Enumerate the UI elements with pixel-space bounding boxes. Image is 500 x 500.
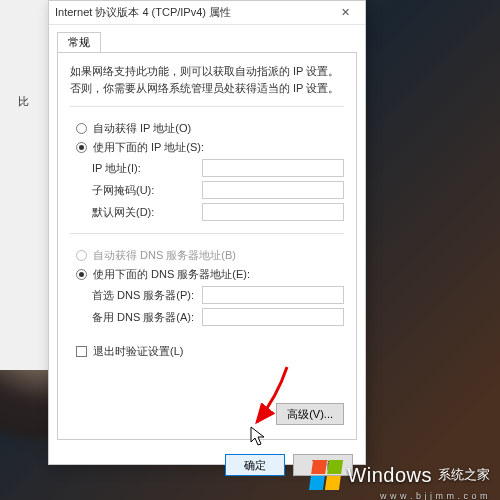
watermark-url: w w w . b j j m m . c o m [380,491,488,500]
field-label: 备用 DNS 服务器(A): [92,310,202,325]
radio-icon [76,250,87,261]
ok-button[interactable]: 确定 [225,454,285,476]
checkbox-icon [76,346,87,357]
field-dns-primary: 首选 DNS 服务器(P): [92,286,344,304]
field-ip-address: IP 地址(I): [92,159,344,177]
radio-label: 使用下面的 DNS 服务器地址(E): [93,267,250,282]
radio-label: 自动获得 DNS 服务器地址(B) [93,248,236,263]
tab-general[interactable]: 常规 [57,32,101,53]
dns-secondary-input[interactable] [202,308,344,326]
radio-icon [76,142,87,153]
field-label: 默认网关(D): [92,205,202,220]
field-subnet-mask: 子网掩码(U): [92,181,344,199]
field-dns-secondary: 备用 DNS 服务器(A): [92,308,344,326]
watermark-brand: Windows [347,464,432,487]
subnet-mask-input[interactable] [202,181,344,199]
radio-icon [76,269,87,280]
field-label: IP 地址(I): [92,161,202,176]
windows-logo-icon [309,460,343,490]
advanced-button[interactable]: 高级(V)... [276,403,344,425]
radio-label: 自动获得 IP 地址(O) [93,121,191,136]
field-label: 首选 DNS 服务器(P): [92,288,202,303]
field-gateway: 默认网关(D): [92,203,344,221]
watermark-suffix: 系统之家 [438,466,490,484]
field-label: 子网掩码(U): [92,183,202,198]
radio-dns-auto: 自动获得 DNS 服务器地址(B) [76,248,344,263]
ip-group: 自动获得 IP 地址(O) 使用下面的 IP 地址(S): IP 地址(I): … [70,106,344,221]
ipv4-properties-dialog: Internet 协议版本 4 (TCP/IPv4) 属性 ✕ 常规 如果网络支… [48,0,366,465]
radio-label: 使用下面的 IP 地址(S): [93,140,204,155]
radio-icon [76,123,87,134]
dns-group: 自动获得 DNS 服务器地址(B) 使用下面的 DNS 服务器地址(E): 首选… [70,233,344,326]
checkbox-validate[interactable]: 退出时验证设置(L) [76,344,344,359]
description-text: 如果网络支持此功能，则可以获取自动指派的 IP 设置。否则，你需要从网络系统管理… [70,63,344,96]
close-icon[interactable]: ✕ [331,6,359,19]
dns-primary-input[interactable] [202,286,344,304]
background-dialog-sliver: 比 [0,0,50,370]
ip-address-input[interactable] [202,159,344,177]
checkbox-label: 退出时验证设置(L) [93,344,183,359]
settings-panel: 如果网络支持此功能，则可以获取自动指派的 IP 设置。否则，你需要从网络系统管理… [57,52,357,440]
watermark: Windows 系统之家 [311,460,490,490]
gateway-input[interactable] [202,203,344,221]
background-label: 比 [18,94,29,109]
titlebar: Internet 协议版本 4 (TCP/IPv4) 属性 ✕ [49,1,365,25]
radio-dns-manual[interactable]: 使用下面的 DNS 服务器地址(E): [76,267,344,282]
radio-ip-auto[interactable]: 自动获得 IP 地址(O) [76,121,344,136]
radio-ip-manual[interactable]: 使用下面的 IP 地址(S): [76,140,344,155]
window-title: Internet 协议版本 4 (TCP/IPv4) 属性 [55,5,331,20]
